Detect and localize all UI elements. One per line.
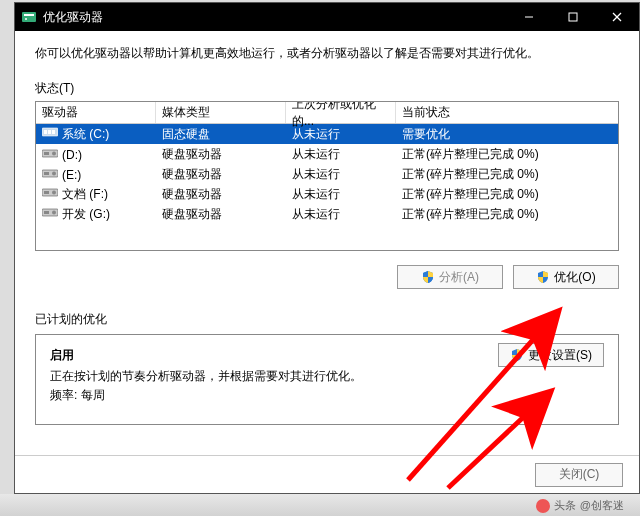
shield-icon [421, 270, 435, 284]
header-last[interactable]: 上次分析或优化的... [286, 102, 396, 123]
drive-name: 系统 (C:) [62, 127, 109, 141]
titlebar[interactable]: 优化驱动器 [15, 3, 639, 31]
schedule-box: 启用 正在按计划的节奏分析驱动器，并根据需要对其进行优化。 频率: 每周 更改设… [35, 334, 619, 425]
svg-rect-16 [44, 172, 49, 175]
status-label: 状态(T) [35, 80, 619, 97]
drive-row[interactable]: 文档 (F:)硬盘驱动器从未运行正常(碎片整理已完成 0%) [36, 184, 618, 204]
shield-icon [536, 270, 550, 284]
drive-status: 正常(碎片整理已完成 0%) [396, 146, 618, 163]
drive-last: 从未运行 [286, 146, 396, 163]
header-drive[interactable]: 驱动器 [36, 102, 156, 123]
drive-row[interactable]: 系统 (C:)固态硬盘从未运行需要优化 [36, 124, 618, 144]
minimize-button[interactable] [507, 3, 551, 31]
drive-media: 固态硬盘 [156, 126, 286, 143]
svg-point-15 [52, 171, 56, 175]
schedule-section-label: 已计划的优化 [35, 311, 619, 328]
svg-point-2 [25, 18, 27, 20]
drive-status: 正常(碎片整理已完成 0%) [396, 166, 618, 183]
schedule-frequency: 频率: 每周 [50, 387, 604, 404]
drive-status: 正常(碎片整理已完成 0%) [396, 186, 618, 203]
window-title: 优化驱动器 [43, 9, 507, 26]
shield-icon [510, 348, 524, 362]
analyze-button[interactable]: 分析(A) [397, 265, 503, 289]
drive-name: 文档 (F:) [62, 187, 108, 201]
change-settings-button[interactable]: 更改设置(S) [498, 343, 604, 367]
optimize-button[interactable]: 优化(O) [513, 265, 619, 289]
drive-media: 硬盘驱动器 [156, 186, 286, 203]
svg-rect-4 [569, 13, 577, 21]
list-header[interactable]: 驱动器 媒体类型 上次分析或优化的... 当前状态 [36, 102, 618, 124]
svg-rect-8 [44, 130, 47, 134]
svg-rect-0 [22, 12, 36, 22]
svg-point-18 [52, 190, 56, 194]
drive-icon [42, 167, 58, 179]
svg-rect-22 [44, 211, 49, 214]
drive-last: 从未运行 [286, 206, 396, 223]
drive-icon [42, 206, 58, 218]
drive-row[interactable]: (D:)硬盘驱动器从未运行正常(碎片整理已完成 0%) [36, 144, 618, 164]
svg-point-12 [52, 151, 56, 155]
close-window-button[interactable]: 关闭(C) [535, 463, 623, 487]
drive-media: 硬盘驱动器 [156, 206, 286, 223]
close-button[interactable] [595, 3, 639, 31]
header-media[interactable]: 媒体类型 [156, 102, 286, 123]
drive-media: 硬盘驱动器 [156, 166, 286, 183]
svg-rect-13 [44, 152, 49, 155]
avatar-icon [536, 499, 550, 513]
drive-last: 从未运行 [286, 186, 396, 203]
drive-status: 需要优化 [396, 126, 618, 143]
header-current[interactable]: 当前状态 [396, 102, 618, 123]
drive-last: 从未运行 [286, 126, 396, 143]
svg-point-21 [52, 210, 56, 214]
drive-status: 正常(碎片整理已完成 0%) [396, 206, 618, 223]
app-icon [21, 9, 37, 25]
maximize-button[interactable] [551, 3, 595, 31]
schedule-line1: 正在按计划的节奏分析驱动器，并根据需要对其进行优化。 [50, 368, 604, 385]
watermark: 头条@创客迷 [536, 498, 624, 513]
description-text: 你可以优化驱动器以帮助计算机更高效地运行，或者分析驱动器以了解是否需要对其进行优… [35, 45, 619, 62]
drive-name: (E:) [62, 168, 81, 182]
drive-row[interactable]: (E:)硬盘驱动器从未运行正常(碎片整理已完成 0%) [36, 164, 618, 184]
drive-row[interactable]: 开发 (G:)硬盘驱动器从未运行正常(碎片整理已完成 0%) [36, 204, 618, 224]
svg-rect-1 [24, 14, 34, 16]
drive-icon [42, 147, 58, 159]
drive-name: 开发 (G:) [62, 207, 110, 221]
drive-name: (D:) [62, 148, 82, 162]
svg-rect-10 [52, 130, 55, 134]
svg-rect-9 [48, 130, 51, 134]
optimize-drives-window: 优化驱动器 你可以优化驱动器以帮助计算机更高效地运行，或者分析驱动器以了解是否需… [14, 2, 640, 494]
drive-media: 硬盘驱动器 [156, 146, 286, 163]
drive-last: 从未运行 [286, 166, 396, 183]
drive-icon [42, 186, 58, 198]
drive-list[interactable]: 驱动器 媒体类型 上次分析或优化的... 当前状态 系统 (C:)固态硬盘从未运… [35, 101, 619, 251]
drive-icon [42, 126, 58, 138]
bottom-bar: 关闭(C) [15, 455, 639, 493]
svg-rect-19 [44, 191, 49, 194]
